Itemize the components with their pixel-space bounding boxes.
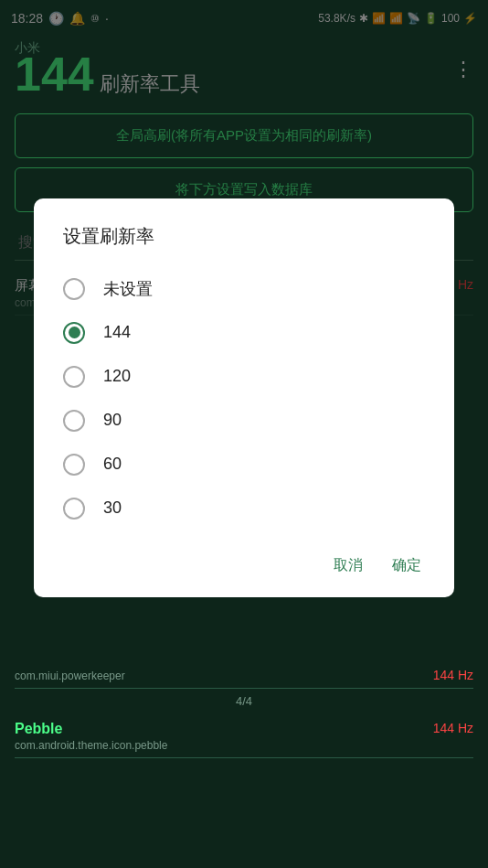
option-60[interactable]: 60: [63, 443, 425, 487]
radio-90[interactable]: [63, 410, 85, 432]
dialog-title: 设置刷新率: [63, 224, 425, 249]
refresh-rate-dialog: 设置刷新率 未设置 144 120 90 60 30 取消 确定: [34, 198, 454, 597]
bg-app-hz: 144 Hz: [433, 668, 473, 682]
bg-app-item: com.miui.powerkeeper 144 Hz: [15, 660, 473, 689]
option-none[interactable]: 未设置: [63, 267, 425, 311]
page-indicator: 4/4: [15, 689, 473, 713]
dialog-overlay: com.miui.powerkeeper 144 Hz 4/4 Pebble c…: [0, 0, 488, 868]
bg-app-package: com.miui.powerkeeper: [15, 670, 125, 682]
pebble-info: Pebble com.android.theme.icon.pebble: [15, 721, 167, 752]
option-120-label: 120: [103, 367, 131, 386]
pebble-item: Pebble com.android.theme.icon.pebble 144…: [15, 713, 473, 758]
option-144[interactable]: 144: [63, 311, 425, 355]
option-144-label: 144: [103, 323, 131, 342]
confirm-button[interactable]: 确定: [388, 549, 425, 583]
dialog-actions: 取消 确定: [63, 541, 425, 583]
background-items: com.miui.powerkeeper 144 Hz 4/4 Pebble c…: [0, 660, 488, 758]
pebble-name: Pebble: [15, 721, 167, 737]
radio-60[interactable]: [63, 454, 85, 476]
radio-none[interactable]: [63, 278, 85, 300]
radio-30[interactable]: [63, 498, 85, 520]
cancel-button[interactable]: 取消: [330, 549, 366, 583]
option-none-label: 未设置: [103, 278, 153, 300]
option-120[interactable]: 120: [63, 355, 425, 399]
option-30[interactable]: 30: [63, 487, 425, 530]
radio-120[interactable]: [63, 366, 85, 388]
radio-144[interactable]: [63, 322, 85, 344]
pebble-package: com.android.theme.icon.pebble: [15, 739, 167, 752]
option-90[interactable]: 90: [63, 399, 425, 443]
option-90-label: 90: [103, 411, 122, 430]
option-30-label: 30: [103, 498, 122, 518]
bg-app-info: com.miui.powerkeeper: [15, 668, 125, 682]
pebble-hz: 144 Hz: [433, 721, 473, 735]
option-60-label: 60: [103, 455, 122, 474]
